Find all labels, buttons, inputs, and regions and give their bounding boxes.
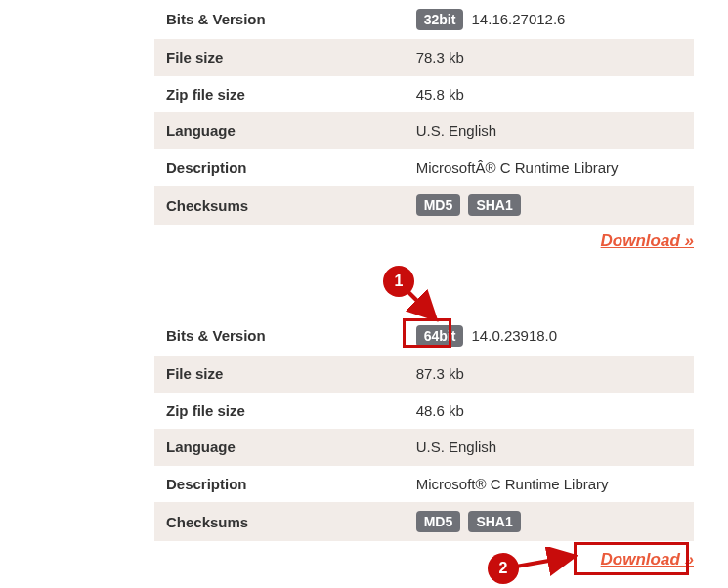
row-label: Language bbox=[154, 429, 405, 466]
row-value: 48.6 kb bbox=[405, 393, 694, 430]
sha1-badge[interactable]: SHA1 bbox=[468, 511, 520, 532]
table-row: Zip file size 48.6 kb bbox=[154, 393, 694, 430]
row-value: U.S. English bbox=[405, 429, 694, 466]
download-row-2: Download » bbox=[154, 532, 717, 569]
table-row: File size 87.3 kb bbox=[154, 356, 694, 393]
row-value: 87.3 kb bbox=[405, 356, 694, 393]
row-label: File size bbox=[154, 356, 405, 393]
row-value: 78.3 kb bbox=[405, 39, 694, 76]
row-value: Microsoft® C Runtime Library bbox=[405, 466, 694, 503]
download-row-1: Download » bbox=[154, 214, 717, 251]
row-label: Description bbox=[154, 149, 405, 187]
md5-badge[interactable]: MD5 bbox=[416, 511, 461, 532]
version-text: 14.16.27012.6 bbox=[472, 11, 566, 27]
annotation-arrow-1 bbox=[400, 283, 449, 332]
row-value: 45.8 kb bbox=[405, 76, 694, 113]
row-label: Zip file size bbox=[154, 76, 405, 113]
row-value: U.S. English bbox=[405, 112, 694, 149]
row-label: File size bbox=[154, 39, 405, 76]
download-link-2[interactable]: Download » bbox=[601, 550, 694, 568]
row-label: Bits & Version bbox=[154, 0, 405, 39]
row-label: Description bbox=[154, 466, 405, 503]
version-text: 14.0.23918.0 bbox=[472, 327, 558, 344]
bits-badge: 32bit bbox=[416, 9, 464, 30]
svg-line-1 bbox=[516, 557, 571, 567]
table-row: Description MicrosoftÂ® C Runtime Librar… bbox=[154, 149, 694, 187]
table-row: Description Microsoft® C Runtime Library bbox=[154, 466, 694, 503]
table-row: File size 78.3 kb bbox=[154, 39, 694, 76]
file-info-table-2: Bits & Version 64bit 14.0.23918.0 File s… bbox=[154, 316, 694, 541]
table-row: Language U.S. English bbox=[154, 112, 694, 149]
row-label: Zip file size bbox=[154, 393, 405, 430]
table-row: Language U.S. English bbox=[154, 429, 694, 466]
annotation-arrow-2 bbox=[510, 547, 588, 576]
svg-line-0 bbox=[405, 288, 433, 316]
row-label: Bits & Version bbox=[154, 316, 405, 356]
table-row: Zip file size 45.8 kb bbox=[154, 76, 694, 113]
row-value: MicrosoftÂ® C Runtime Library bbox=[405, 149, 694, 187]
file-info-table-1: Bits & Version 32bit 14.16.27012.6 File … bbox=[154, 0, 694, 225]
row-value: 32bit 14.16.27012.6 bbox=[405, 0, 694, 39]
download-link-1[interactable]: Download » bbox=[601, 231, 694, 250]
table-row: Bits & Version 32bit 14.16.27012.6 bbox=[154, 0, 694, 39]
row-label: Language bbox=[154, 112, 405, 149]
